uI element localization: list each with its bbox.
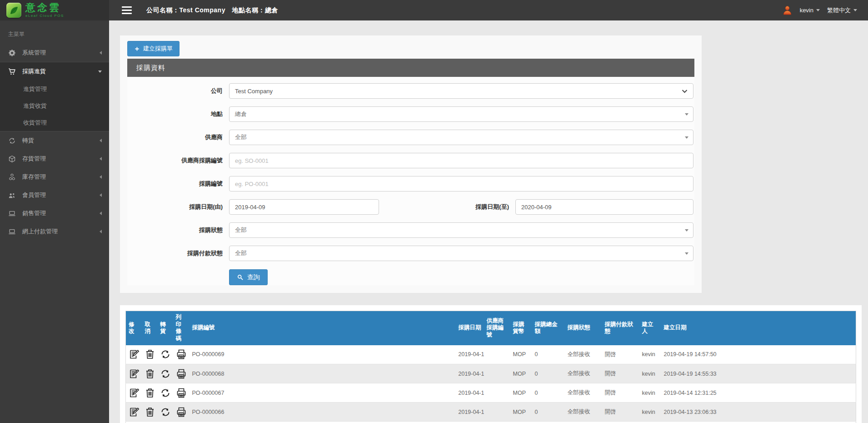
cart-icon: [8, 68, 22, 76]
sidebar-item-label: 會員管理: [22, 191, 100, 199]
cell-po-number: PO-0000068: [190, 364, 456, 383]
sidebar-item-transfer-goods[interactable]: 轉貨: [0, 131, 109, 150]
print-cell: [173, 383, 190, 403]
search-button[interactable]: 查詢: [229, 269, 268, 285]
cell-currency: MOP: [510, 403, 532, 422]
cell-currency: MOP: [510, 364, 532, 383]
status-select[interactable]: 全部: [229, 222, 693, 238]
transfer-icon[interactable]: [160, 388, 171, 398]
plus-icon: [134, 46, 140, 52]
print-icon[interactable]: [176, 388, 187, 398]
col-total-amount: 採購總金額: [532, 311, 565, 345]
col-po-date: 採購日期: [456, 311, 484, 345]
date-to-label: 採購日期(至): [379, 203, 515, 211]
print-icon[interactable]: [176, 368, 187, 379]
edit-icon[interactable]: [129, 407, 140, 418]
sidebar-item-sales-management[interactable]: 銷售管理: [0, 204, 109, 222]
cell-created-date: 2019-04-19 14:57:50: [661, 345, 856, 364]
edit-cell: [126, 422, 142, 423]
caret-down-icon: [853, 9, 857, 11]
transfer-icon[interactable]: [160, 407, 171, 418]
sidebar-item-goods-management[interactable]: 存貨管理: [0, 150, 109, 168]
users-icon: [8, 191, 22, 199]
edit-cell: [126, 403, 142, 422]
col-payment-status: 採購付款狀態: [602, 311, 639, 345]
cell-currency: MOP: [510, 422, 532, 423]
trash-icon[interactable]: [145, 349, 155, 360]
edit-icon[interactable]: [129, 388, 140, 398]
edit-icon[interactable]: [129, 349, 140, 360]
date-to-input[interactable]: [515, 199, 693, 215]
user-menu[interactable]: kevin: [800, 7, 820, 14]
cell-total-amount: 0: [532, 383, 565, 403]
sidebar-item-label: 採購進貨: [22, 67, 98, 76]
cell-po-date: 2019-04-13: [456, 422, 484, 423]
print-cell: [173, 345, 190, 364]
date-from-label: 採購日期(由): [127, 203, 229, 211]
cell-payment-status: 開啓: [602, 403, 639, 422]
sidebar-item-inventory-management[interactable]: 庫存管理: [0, 168, 109, 186]
sidebar-item-label: 存貨管理: [22, 155, 100, 163]
col-transfer: 轉貨: [158, 311, 173, 345]
create-purchase-order-button[interactable]: 建立採購單: [127, 41, 180, 56]
col-created-by: 建立人: [639, 311, 661, 345]
transfer-cell: [158, 364, 173, 383]
laptop-icon: [8, 228, 22, 236]
sidebar-item-system-management[interactable]: 系統管理: [0, 44, 109, 62]
col-print-barcode: 列印條碼: [173, 311, 190, 345]
hamburger-menu-icon[interactable]: [122, 6, 132, 14]
purchase-data-panel: 採購資料 公司 Test Company 地點: [127, 59, 694, 285]
trash-icon[interactable]: [145, 388, 155, 398]
transfer-cell: [158, 422, 173, 423]
transfer-icon[interactable]: [160, 349, 171, 360]
sidebar-item-purchase-stock-in[interactable]: 採購進貨: [0, 62, 109, 81]
search-icon: [237, 274, 244, 281]
location-select[interactable]: 總倉: [229, 106, 693, 122]
cell-total-amount: 0: [532, 345, 565, 364]
company-select[interactable]: Test Company: [229, 83, 693, 99]
cell-po-number: PO-0000069: [190, 345, 456, 364]
trash-cell: [142, 422, 158, 423]
chevron-down-icon: [681, 87, 688, 95]
po-table-body: PO-00000692019-04-19MOP0全部接收開啓kevin2019-…: [126, 345, 856, 423]
user-avatar-icon: [782, 5, 793, 15]
date-from-input[interactable]: [229, 199, 379, 215]
sidebar-group-online-payment-management: 網上付款管理: [0, 222, 109, 241]
cell-payment-status: 開啓: [602, 422, 639, 423]
cell-total-amount: 0: [532, 403, 565, 422]
supplier-select[interactable]: 全部: [229, 130, 693, 145]
cell-created-date: 2019-04-19 14:55:33: [661, 364, 856, 383]
trash-cell: [142, 364, 158, 383]
cell-created-by: kevin: [639, 345, 661, 364]
cell-status: 全部接收: [565, 364, 602, 383]
trash-icon[interactable]: [145, 407, 155, 418]
cell-po-number: PO-0000067: [190, 383, 456, 403]
sidebar-group-sales-management: 銷售管理: [0, 204, 109, 222]
edit-icon[interactable]: [129, 368, 140, 379]
print-icon[interactable]: [176, 407, 187, 418]
cell-supplier-po-number: [484, 383, 510, 403]
select-arrow-icon: [685, 229, 688, 232]
sidebar: 主菜單 系統管理採購進貨進貨管理進貨收貨收貨管理轉貨存貨管理庫存管理會員管理銷售…: [0, 20, 109, 423]
cell-po-date: 2019-04-14: [456, 383, 484, 403]
supplier-po-input[interactable]: [229, 153, 693, 168]
sidebar-subitem-stock-in-management[interactable]: 進貨管理: [0, 81, 109, 97]
sidebar-subitem-receive-management[interactable]: 收貨管理: [0, 114, 109, 131]
cell-created-by: kevin: [639, 422, 661, 423]
language-menu[interactable]: 繁體中文: [827, 6, 857, 15]
sidebar-item-online-payment-management[interactable]: 網上付款管理: [0, 222, 109, 241]
trash-icon[interactable]: [145, 368, 155, 379]
sidebar-subitem-stock-in-receive[interactable]: 進貨收貨: [0, 97, 109, 114]
laptop-icon: [8, 210, 22, 217]
cell-supplier-po-number: [484, 345, 510, 364]
payment-status-select[interactable]: 全部: [229, 246, 693, 261]
table-row: PO-00000662019-04-13MOP0全部接收開啓kevin2019-…: [126, 403, 856, 422]
cell-po-number: PO-0000065: [190, 422, 456, 423]
sidebar-item-member-management[interactable]: 會員管理: [0, 186, 109, 204]
caret-left-icon: [100, 157, 102, 161]
print-icon[interactable]: [176, 349, 187, 360]
cell-payment-status: 開啓: [602, 345, 639, 364]
po-number-input[interactable]: [229, 176, 693, 191]
col-edit: 修改: [126, 311, 142, 345]
transfer-icon[interactable]: [160, 368, 171, 379]
